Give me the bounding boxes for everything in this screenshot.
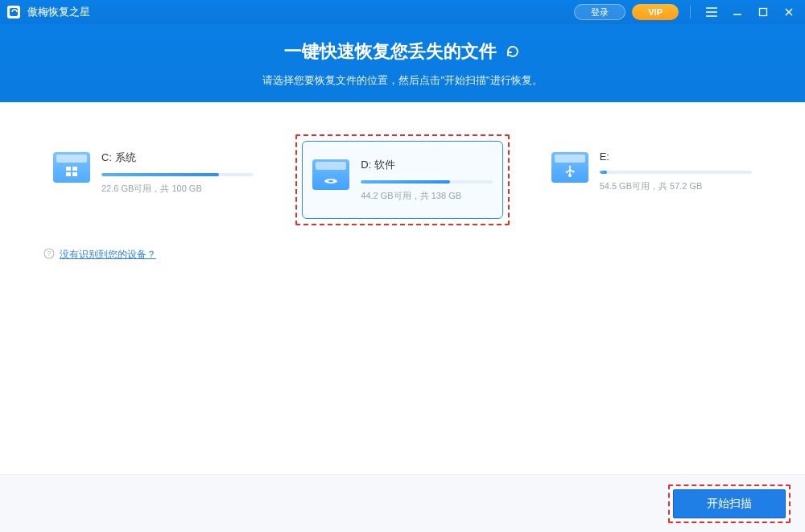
drive-list: C: 系统 22.6 GB可用，共 100 GB D: 软件 44.2 GB可用… xyxy=(43,134,762,225)
usb-disk-icon xyxy=(551,152,588,183)
windows-disk-icon xyxy=(53,152,90,183)
help-row: ? 没有识别到您的设备？ xyxy=(43,248,762,262)
menu-icon[interactable] xyxy=(702,2,721,22)
vip-button[interactable]: VIP xyxy=(632,4,679,20)
scan-button-highlight: 开始扫描 xyxy=(668,485,791,523)
maximize-icon[interactable] xyxy=(753,2,773,22)
svg-rect-5 xyxy=(66,172,71,176)
app-logo-icon xyxy=(6,5,21,19)
selected-drive-highlight: D: 软件 44.2 GB可用，共 138 GB xyxy=(295,134,509,225)
drive-label: E: xyxy=(600,151,752,163)
svg-rect-4 xyxy=(72,167,77,171)
svg-rect-6 xyxy=(72,172,77,176)
hero-title: 一键快速恢复您丢失的文件 xyxy=(284,39,497,64)
hero: 一键快速恢复您丢失的文件 请选择您要恢复文件的位置，然后点击"开始扫描"进行恢复… xyxy=(0,24,805,102)
refresh-icon[interactable] xyxy=(505,43,521,60)
svg-point-8 xyxy=(328,180,333,182)
hero-subtitle: 请选择您要恢复文件的位置，然后点击"开始扫描"进行恢复。 xyxy=(262,73,542,88)
drive-card-e[interactable]: E: 54.5 GB可用，共 57.2 GB xyxy=(542,134,762,208)
close-icon[interactable] xyxy=(779,2,799,22)
drive-usage-bar xyxy=(361,180,492,184)
drive-usage-bar xyxy=(600,171,752,174)
svg-rect-3 xyxy=(66,167,71,171)
drive-info: 54.5 GB可用，共 57.2 GB xyxy=(600,180,752,192)
svg-point-12 xyxy=(568,166,571,168)
app-title: 傲梅恢复之星 xyxy=(27,5,90,19)
minimize-icon[interactable] xyxy=(728,2,747,22)
titlebar: 傲梅恢复之星 登录 VIP xyxy=(0,0,805,24)
svg-text:?: ? xyxy=(47,250,51,258)
drive-info: 22.6 GB可用，共 100 GB xyxy=(101,183,254,195)
login-button[interactable]: 登录 xyxy=(574,4,625,20)
separator xyxy=(690,6,691,19)
drive-info: 44.2 GB可用，共 138 GB xyxy=(361,190,492,202)
drive-label: C: 系统 xyxy=(101,151,254,165)
svg-rect-11 xyxy=(572,171,574,172)
device-not-detected-link[interactable]: 没有识别到您的设备？ xyxy=(60,248,156,262)
hero-title-row: 一键快速恢复您丢失的文件 xyxy=(284,39,521,64)
svg-rect-2 xyxy=(760,9,767,16)
drive-card-d[interactable]: D: 软件 44.2 GB可用，共 138 GB xyxy=(302,141,502,219)
svg-point-10 xyxy=(565,171,568,174)
content-area: C: 系统 22.6 GB可用，共 100 GB D: 软件 44.2 GB可用… xyxy=(0,102,805,262)
start-scan-button[interactable]: 开始扫描 xyxy=(673,489,786,518)
help-icon: ? xyxy=(43,248,55,262)
drive-card-c[interactable]: C: 系统 22.6 GB可用，共 100 GB xyxy=(43,134,263,211)
footer: 开始扫描 xyxy=(0,474,805,532)
drive-label: D: 软件 xyxy=(361,158,492,172)
disk-icon xyxy=(312,159,349,190)
drive-usage-bar xyxy=(101,173,254,176)
